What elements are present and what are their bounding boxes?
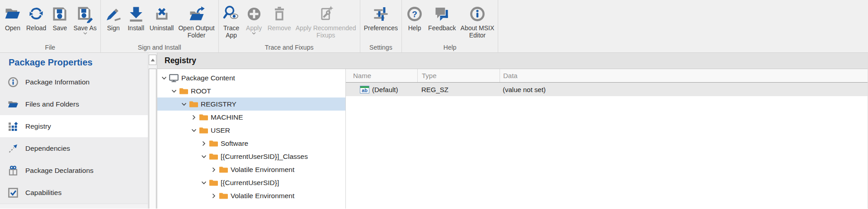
tree-item-label: [{CurrentUserSID}]_Classes bbox=[221, 153, 308, 161]
save-button[interactable]: Save bbox=[48, 4, 71, 32]
scrollbar-thumb[interactable] bbox=[149, 69, 156, 209]
ribbon-group-label: Sign and Install bbox=[102, 44, 217, 52]
ribbon-item-label: About MSIX Editor bbox=[461, 24, 495, 39]
sidebar-item-registry[interactable]: Registry bbox=[0, 115, 148, 137]
column-header-data[interactable]: Data bbox=[500, 69, 868, 82]
folder-icon bbox=[199, 113, 208, 121]
help-icon: ? bbox=[406, 4, 424, 24]
ribbon-group-items: Preferences bbox=[362, 0, 400, 44]
tree-item-user[interactable]: USER bbox=[157, 124, 345, 137]
remove-icon bbox=[270, 4, 288, 24]
column-header-name[interactable]: Name bbox=[346, 69, 417, 82]
tree-item-currentusersid[interactable]: [{CurrentUserSID}] bbox=[157, 176, 345, 189]
tree-item-registry[interactable]: REGISTRY bbox=[157, 98, 345, 111]
apply-icon bbox=[245, 4, 263, 24]
help-button[interactable]: ?Help bbox=[403, 4, 426, 32]
grid-row-default[interactable]: ab(Default)REG_SZ(value not set) bbox=[346, 83, 868, 96]
sidebar-item-capabilities[interactable]: Capabilities bbox=[0, 181, 148, 204]
reload-icon bbox=[27, 4, 45, 24]
tree-item-label: MACHINE bbox=[211, 113, 243, 121]
ribbon-group-trace-and-fixups: Trace AppApplyRemoveApply Recommended Fi… bbox=[219, 0, 360, 52]
ribbon-group-file: OpenReloadSaveSave AsFile bbox=[0, 0, 101, 52]
ribbon-group-label: Help bbox=[403, 44, 496, 52]
chevron-collapsed-icon[interactable] bbox=[201, 141, 207, 146]
sidebar-item-files-and-folders[interactable]: Files and Folders bbox=[0, 93, 148, 115]
sidebar-item-label: Package Information bbox=[25, 78, 90, 86]
trace-app-button[interactable]: Trace App bbox=[220, 4, 243, 39]
chevron-expanded-icon[interactable] bbox=[171, 88, 177, 94]
scrollbar-up-button[interactable] bbox=[149, 55, 156, 65]
tree-item-volatile-environment[interactable]: Volatile Environment bbox=[157, 189, 345, 202]
tree-item-root[interactable]: ROOT bbox=[157, 84, 345, 98]
sidebar-item-label: Registry bbox=[25, 122, 51, 130]
feedback-button[interactable]: Feedback bbox=[426, 4, 458, 32]
capabilities-icon bbox=[8, 187, 19, 198]
column-header-type[interactable]: Type bbox=[417, 69, 500, 82]
ribbon-item-label: Help bbox=[408, 24, 421, 32]
apply-button: Apply bbox=[243, 4, 265, 35]
uninstall-button[interactable]: Uninstall bbox=[147, 4, 176, 32]
ribbon-group-items: SignInstallUninstallOpen Output Folder bbox=[102, 0, 217, 44]
folder-icon bbox=[209, 179, 218, 186]
sign-button[interactable]: Sign bbox=[102, 4, 125, 32]
reload-button[interactable]: Reload bbox=[24, 4, 48, 32]
sidebar-item-label: Package Declarations bbox=[25, 167, 94, 175]
apply-recommended-fixups-icon bbox=[317, 4, 335, 24]
folder-icon bbox=[209, 153, 218, 160]
tree-item-currentusersid-classes[interactable]: [{CurrentUserSID}]_Classes bbox=[157, 150, 345, 163]
tree-item-label: Package Content bbox=[181, 74, 235, 82]
uninstall-icon bbox=[153, 4, 171, 24]
chevron-expanded-icon[interactable] bbox=[201, 180, 207, 186]
remove-button: Remove bbox=[265, 4, 293, 32]
tree-item-label: USER bbox=[211, 126, 230, 135]
ribbon-item-label: Save bbox=[52, 24, 67, 32]
registry-values-grid: NameTypeData ab(Default)REG_SZ(value not… bbox=[346, 69, 868, 209]
sidebar-content: Package Properties Package InformationFi… bbox=[0, 53, 148, 209]
ribbon-item-label: Feedback bbox=[428, 24, 456, 32]
folder-icon bbox=[179, 87, 188, 95]
save-icon bbox=[51, 4, 69, 24]
trace-app-icon bbox=[222, 4, 241, 24]
sidebar-item-package-information[interactable]: Package Information bbox=[0, 71, 148, 93]
chevron-expanded-icon[interactable] bbox=[181, 102, 187, 107]
tree-item-volatile-environment[interactable]: Volatile Environment bbox=[157, 163, 345, 176]
open-output-folder-button[interactable]: Open Output Folder bbox=[176, 4, 217, 39]
sidebar-item-dependencies[interactable]: Dependencies bbox=[0, 137, 148, 159]
install-button[interactable]: Install bbox=[125, 4, 147, 32]
tree-item-package-content[interactable]: Package Content bbox=[157, 71, 345, 84]
tree-item-label: [{CurrentUserSID}] bbox=[221, 179, 279, 187]
ribbon-item-label: Install bbox=[127, 24, 144, 32]
preferences-button[interactable]: Preferences bbox=[362, 4, 400, 32]
sidebar-item-label: Capabilities bbox=[25, 189, 61, 197]
folder-icon bbox=[189, 100, 198, 108]
chevron-collapsed-icon[interactable] bbox=[211, 193, 217, 199]
tree-item-software[interactable]: Software bbox=[157, 137, 345, 150]
ribbon-item-label: Sign bbox=[107, 24, 120, 32]
ribbon-item-label: Uninstall bbox=[150, 24, 174, 32]
sign-icon bbox=[104, 4, 123, 24]
about-msix-editor-icon bbox=[468, 4, 486, 24]
sidebar-scrollbar[interactable] bbox=[148, 53, 157, 209]
files-and-folders-icon bbox=[8, 99, 19, 110]
page-title: Registry bbox=[165, 56, 196, 65]
open-button[interactable]: Open bbox=[1, 4, 24, 32]
ribbon-group-items: OpenReloadSaveSave As bbox=[1, 0, 99, 44]
sidebar-item-package-declarations[interactable]: Package Declarations bbox=[0, 159, 148, 181]
chevron-expanded-icon[interactable] bbox=[201, 154, 207, 159]
folder-icon bbox=[219, 192, 228, 200]
chevron-collapsed-icon[interactable] bbox=[191, 115, 197, 120]
feedback-icon bbox=[433, 4, 451, 24]
ribbon-item-label: Remove bbox=[268, 24, 291, 32]
svg-text:ab: ab bbox=[362, 88, 368, 93]
chevron-expanded-icon[interactable] bbox=[161, 75, 167, 81]
svg-text:?: ? bbox=[412, 9, 417, 19]
ribbon-group-settings: PreferencesSettings bbox=[360, 0, 402, 52]
chevron-expanded-icon[interactable] bbox=[191, 128, 197, 133]
save-as-button[interactable]: Save As bbox=[71, 4, 99, 35]
ribbon-item-label: Apply bbox=[246, 24, 262, 32]
up-arrow-icon bbox=[151, 58, 155, 62]
about-msix-editor-button[interactable]: About MSIX Editor bbox=[458, 4, 497, 39]
cell-data: (value not set) bbox=[500, 86, 868, 93]
chevron-collapsed-icon[interactable] bbox=[211, 167, 217, 172]
tree-item-machine[interactable]: MACHINE bbox=[157, 111, 345, 124]
